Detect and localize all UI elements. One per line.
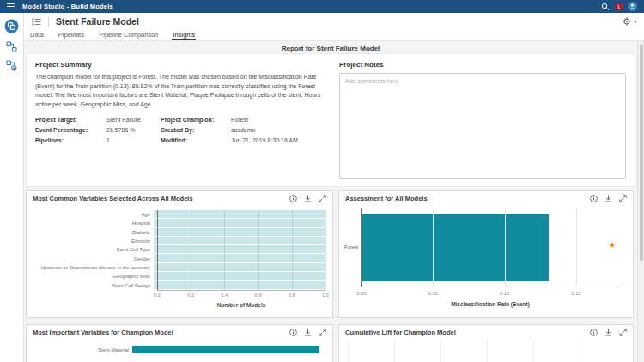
bar-track: [154, 254, 325, 262]
field-label: Project Target:: [35, 117, 106, 123]
pipeline-settings-icon[interactable]: [6, 60, 17, 71]
x-tick-label: 0.05: [428, 291, 438, 296]
chart-row: Hospital: [33, 219, 325, 227]
bar[interactable]: [154, 263, 325, 271]
bar-track: [154, 228, 325, 237]
project-summary-section: Project Summary The champion model for t…: [27, 54, 336, 186]
chart-title: Cumulative Lift for Champion Model: [345, 329, 456, 336]
field-value: Stent Failure: [106, 117, 161, 123]
tab-data[interactable]: Data: [29, 30, 45, 40]
chart1-rows: AgeHospitalDiabeticEthnicityStent Cell T…: [33, 210, 325, 290]
expand-icon[interactable]: [619, 195, 627, 202]
y-axis-label: Stent Material: [33, 347, 132, 353]
application-top-bar: Model Studio - Build Models 1: [0, 0, 644, 13]
bar-track: [154, 210, 325, 219]
header-divider: [48, 17, 49, 27]
y-axis-label: Age: [33, 212, 154, 217]
search-icon[interactable]: [601, 3, 610, 11]
download-icon[interactable]: [605, 195, 612, 202]
notes-textarea[interactable]: [339, 73, 626, 179]
pipelines-icon[interactable]: [6, 41, 17, 52]
chart-row: Stent Cell Type: [33, 245, 325, 254]
x-axis-title: Number of Models: [157, 302, 325, 308]
info-icon[interactable]: [590, 329, 598, 336]
gridline: [576, 208, 577, 287]
bar[interactable]: [154, 228, 325, 236]
expand-icon[interactable]: [319, 195, 326, 202]
x-tick-label: 0.0: [154, 293, 161, 298]
insights-content: Report for Stent Failure Model Project S…: [24, 41, 637, 362]
bar[interactable]: [154, 245, 325, 253]
chart-row: Stent Cell Design: [33, 281, 325, 289]
hamburger-menu-icon[interactable]: [7, 3, 15, 9]
download-icon[interactable]: [605, 329, 612, 336]
x-tick-label: 0.2: [187, 293, 194, 298]
y-axis-label: Stent Cell Design: [33, 283, 154, 288]
x-tick-label: 0.4: [221, 293, 228, 298]
download-icon[interactable]: [304, 195, 312, 202]
summary-title: Project Summary: [35, 61, 327, 69]
chart4-plot: [348, 340, 624, 362]
project-header: Stent Failure Model DataPipelinesPipelin…: [24, 13, 644, 41]
vertical-scrollbar[interactable]: [637, 41, 644, 362]
chart-row: Gender: [33, 254, 325, 262]
bar[interactable]: [154, 281, 325, 288]
info-icon[interactable]: [590, 195, 598, 202]
chart-row: Upstream or Downstream disease in the co…: [33, 263, 325, 272]
application-title: Model Studio - Build Models: [22, 3, 113, 10]
download-icon[interactable]: [304, 329, 312, 336]
bar[interactable]: [154, 210, 325, 218]
tab-pipeline-comparison[interactable]: Pipeline Comparison: [98, 30, 159, 40]
tab-pipelines[interactable]: Pipelines: [58, 30, 85, 40]
bar-stent-material[interactable]: [132, 346, 319, 353]
x-tick-label: 1.0: [322, 293, 329, 298]
build-models-app-icon[interactable]: [4, 19, 19, 33]
summary-notes-panel: Project Summary The champion model for t…: [26, 53, 635, 187]
notification-badge[interactable]: 1: [615, 3, 623, 10]
chart2-ticks: 0.000.050.100.15: [361, 291, 619, 298]
x-axis-line: [361, 287, 619, 287]
chart-card-most-common-variables: Most Common Variables Selected Across Al…: [26, 190, 333, 318]
y-axis-label: Geographic Miss: [33, 274, 154, 279]
bar[interactable]: [154, 237, 325, 244]
bar-track: [154, 272, 325, 281]
gridline: [325, 210, 326, 290]
chart-title: Most Common Variables Selected Across Al…: [33, 195, 193, 202]
info-icon[interactable]: [289, 195, 297, 202]
y-axis-label: Forest: [344, 244, 358, 250]
gridline: [433, 208, 434, 287]
bar[interactable]: [154, 254, 325, 262]
page-title: Stent Failure Model: [56, 16, 139, 27]
y-axis-label: Ethnicity: [33, 238, 154, 244]
scrollbar-thumb[interactable]: [640, 45, 643, 261]
lift-line: [348, 340, 626, 362]
bar[interactable]: [154, 272, 325, 280]
tab-insights[interactable]: Insights: [172, 30, 196, 40]
x-tick-label: 0.00: [356, 291, 366, 296]
expand-icon[interactable]: [619, 329, 627, 336]
expand-icon[interactable]: [319, 329, 326, 336]
bar-track: [154, 219, 325, 227]
chart-card-most-important-variables: Most Important Variables for Champion Mo…: [26, 324, 333, 362]
tab-bar: DataPipelinesPipeline ComparisonInsights: [24, 28, 644, 40]
info-icon[interactable]: [289, 329, 297, 336]
x-axis-title: Misclassification Rate (Event): [361, 301, 619, 307]
assessment-bar-forest[interactable]: [362, 214, 549, 281]
user-avatar[interactable]: [628, 2, 637, 11]
project-list-icon[interactable]: [32, 18, 41, 26]
gear-caret-icon[interactable]: [634, 21, 637, 23]
bar-track: [154, 281, 325, 289]
project-notes-section: Project Notes: [336, 54, 635, 186]
chart-card-assessment: Assessment for All Models ★ Forest 0.000…: [338, 190, 634, 318]
chart-title: Assessment for All Models: [345, 195, 428, 202]
field-value: Forest: [231, 117, 327, 123]
bar[interactable]: [154, 219, 325, 226]
x-tick-label: 0.8: [289, 293, 295, 298]
chart2-plot: ★: [361, 208, 619, 287]
y-axis-label: Upstream or Downstream disease in the co…: [33, 265, 154, 270]
field-label: Pipelines:: [35, 137, 106, 143]
gear-icon[interactable]: [623, 17, 631, 26]
notes-title: Project Notes: [339, 61, 626, 69]
x-axis-line: [157, 290, 325, 291]
champion-star-icon[interactable]: ★: [608, 241, 616, 250]
